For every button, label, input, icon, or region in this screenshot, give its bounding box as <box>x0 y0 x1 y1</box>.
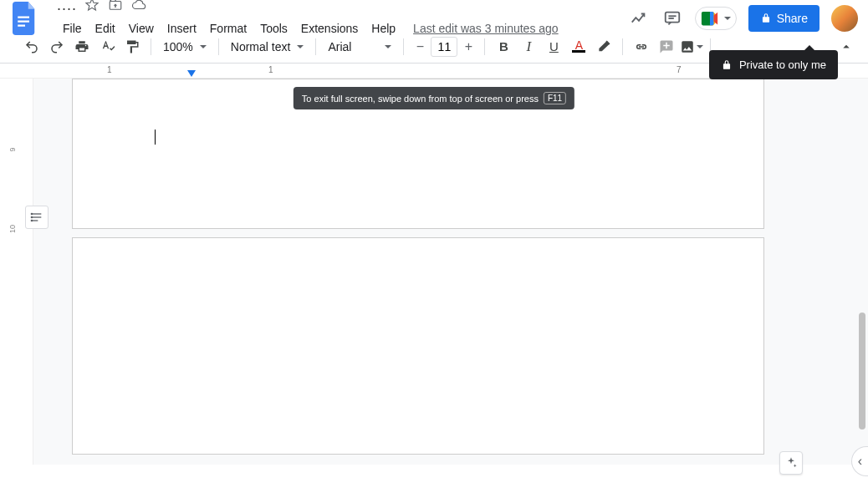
fullscreen-hint: To exit full screen, swipe down from top… <box>294 87 574 109</box>
separator <box>151 38 151 55</box>
fullscreen-hint-key: F11 <box>544 92 566 104</box>
scrollbar-vertical[interactable] <box>859 313 865 430</box>
print-icon[interactable] <box>70 35 94 58</box>
account-avatar[interactable] <box>831 5 858 32</box>
insert-link-icon[interactable] <box>630 35 653 58</box>
separator <box>403 38 404 55</box>
text-color-button[interactable]: A <box>567 35 590 58</box>
menu-format[interactable]: Format <box>204 18 253 38</box>
share-label: Share <box>777 12 808 25</box>
chevron-down-icon <box>724 17 731 20</box>
share-tooltip-text: Private to only me <box>739 58 826 71</box>
chevron-left-icon: ‹ <box>858 454 862 469</box>
menu-insert[interactable]: Insert <box>161 18 202 38</box>
menu-tools[interactable]: Tools <box>254 18 294 38</box>
separator <box>484 38 485 55</box>
document-title[interactable]: .... <box>57 0 77 14</box>
insert-image-icon[interactable] <box>680 35 703 58</box>
collapse-toolbar-icon[interactable] <box>835 35 858 58</box>
zoom-dropdown[interactable]: 100% <box>158 37 212 57</box>
svg-point-10 <box>31 213 32 214</box>
svg-rect-1 <box>18 21 29 23</box>
svg-rect-2 <box>18 25 25 27</box>
ruler-tick: 1 <box>107 65 112 74</box>
lock-icon <box>721 59 733 71</box>
separator <box>622 38 623 55</box>
ruler-tick: 1 <box>268 65 273 74</box>
menu-help[interactable]: Help <box>365 18 401 38</box>
docs-logo[interactable] <box>10 3 40 33</box>
separator <box>218 38 219 55</box>
underline-button[interactable]: U <box>542 35 565 58</box>
highlight-button[interactable] <box>592 35 615 58</box>
svg-point-12 <box>31 220 32 221</box>
paint-format-icon[interactable] <box>120 35 144 58</box>
separator <box>315 38 316 55</box>
document-canvas[interactable] <box>33 79 868 465</box>
font-dropdown[interactable]: Arial <box>323 37 396 57</box>
italic-button[interactable]: I <box>517 35 540 58</box>
redo-icon[interactable] <box>45 35 69 58</box>
outline-toggle[interactable] <box>25 206 49 229</box>
svg-rect-4 <box>665 13 679 23</box>
font-size-input[interactable] <box>431 37 457 57</box>
fullscreen-hint-text: To exit full screen, swipe down from top… <box>302 94 539 104</box>
share-button[interactable]: Share <box>748 5 819 32</box>
text-cursor <box>155 130 156 145</box>
font-size-decrease[interactable]: − <box>411 38 429 56</box>
cloud-status-icon[interactable] <box>130 0 147 13</box>
explore-button[interactable] <box>779 451 803 475</box>
menu-extensions[interactable]: Extensions <box>295 18 364 38</box>
font-size-increase[interactable]: + <box>459 38 477 56</box>
ruler-v-tick: 10 <box>8 221 17 237</box>
star-icon[interactable] <box>84 0 100 13</box>
indent-left-marker[interactable] <box>187 70 196 77</box>
add-comment-icon[interactable] <box>655 35 678 58</box>
meet-icon <box>701 11 719 26</box>
share-tooltip: Private to only me <box>709 50 838 79</box>
undo-icon[interactable] <box>20 35 43 58</box>
style-dropdown[interactable]: Normal text <box>226 37 309 57</box>
analytics-icon[interactable] <box>628 8 650 29</box>
bold-button[interactable]: B <box>492 35 515 58</box>
svg-rect-0 <box>18 17 29 18</box>
ruler-tick: 7 <box>677 65 682 74</box>
ruler-v-tick: 9 <box>8 141 17 158</box>
spellcheck-icon[interactable] <box>95 35 119 58</box>
meet-button[interactable] <box>695 7 737 30</box>
move-to-drive-icon[interactable] <box>107 0 124 13</box>
ruler-vertical[interactable]: 9 10 <box>0 79 33 465</box>
last-edit-link[interactable]: Last edit was 3 minutes ago <box>413 22 559 35</box>
page[interactable] <box>72 237 764 455</box>
comments-icon[interactable] <box>661 8 683 29</box>
svg-point-11 <box>31 216 32 217</box>
